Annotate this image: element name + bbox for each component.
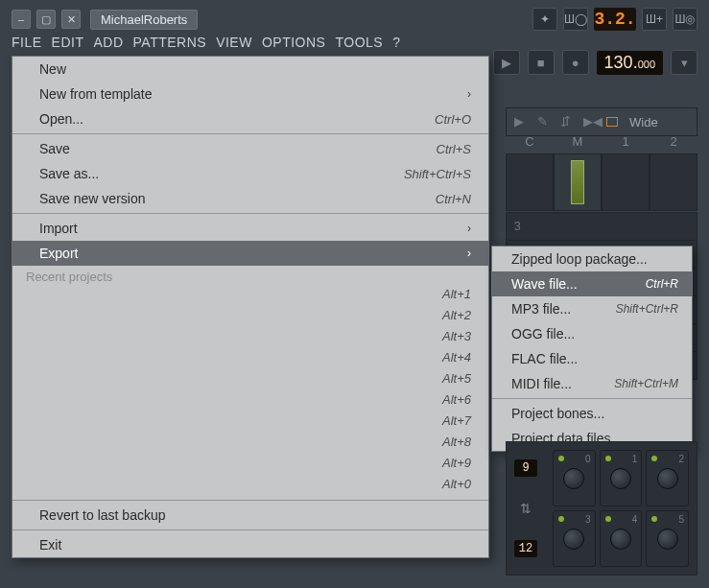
export-item-bones[interactable]: Project bones... <box>492 401 692 426</box>
countdown-icon[interactable]: Ш+ <box>642 8 667 31</box>
tempo-int: 130. <box>604 53 638 72</box>
skip-icon[interactable]: ▶◀ <box>583 114 599 129</box>
menu-patterns[interactable]: PATTERNS <box>133 35 207 50</box>
menu-help[interactable]: ? <box>392 35 400 50</box>
export-item-wave[interactable]: Wave file...Ctrl+R <box>492 271 692 296</box>
col-1[interactable]: 1 <box>602 134 650 149</box>
col-m[interactable]: M <box>554 134 602 149</box>
mixer-slot-c[interactable] <box>506 153 554 211</box>
knob[interactable] <box>563 529 584 550</box>
knob-cell[interactable]: 1 <box>600 450 643 506</box>
menu-item-save-new-version[interactable]: Save new versionCtrl+N <box>12 186 488 211</box>
menu-item-new[interactable]: New <box>12 57 488 82</box>
project-name: MichaelRoberts <box>90 10 198 30</box>
transport-top: ✦ Ш◯ 3.2. Ш+ Ш◎ <box>532 8 697 31</box>
stop-button[interactable]: ■ <box>528 50 555 75</box>
menu-file[interactable]: FILE <box>12 35 42 50</box>
transport-main: ▶ ■ ● 130.000 ▾ <box>493 50 697 75</box>
record-button[interactable]: ● <box>562 50 589 75</box>
chevron-right-icon: › <box>467 247 471 260</box>
mixer-slot-1[interactable] <box>602 153 650 211</box>
arrows-icon[interactable]: ⇵ <box>560 114 576 129</box>
slot-number-lcd[interactable]: 12 <box>514 540 537 557</box>
knob[interactable] <box>657 468 678 489</box>
tempo-lcd[interactable]: 130.000 <box>597 51 663 75</box>
bar-position-lcd[interactable]: 3.2. <box>594 8 636 31</box>
slot-number-lcd[interactable]: 9 <box>514 459 537 477</box>
menu-item-import[interactable]: Import› <box>12 216 488 241</box>
chevron-right-icon: › <box>467 87 471 101</box>
led-icon <box>558 516 564 522</box>
recent-item[interactable]: Alt+8 <box>12 435 488 456</box>
col-c[interactable]: C <box>506 134 554 149</box>
knob-cell[interactable]: 5 <box>646 510 689 567</box>
menu-options[interactable]: OPTIONS <box>262 35 326 50</box>
recent-item[interactable]: Alt+5 <box>12 371 488 392</box>
recent-item[interactable]: Alt+3 <box>12 329 488 350</box>
menu-edit[interactable]: EDIT <box>52 35 84 50</box>
menu-item-open[interactable]: Open...Ctrl+O <box>12 106 488 131</box>
knob-cell[interactable]: 2 <box>646 450 689 506</box>
cell-number: 2 <box>678 454 684 464</box>
recent-item[interactable]: Alt+9 <box>12 456 488 477</box>
knob[interactable] <box>610 468 631 489</box>
cell-number: 3 <box>585 514 591 525</box>
recent-item[interactable]: Alt+6 <box>12 392 488 413</box>
tempo-frac: 000 <box>638 59 655 70</box>
menu-item-exit[interactable]: Exit <box>12 532 488 557</box>
paint-icon[interactable]: ✎ <box>537 114 553 129</box>
file-menu-dropdown: New New from template› Open...Ctrl+O Sav… <box>12 56 489 558</box>
mixer-slots <box>506 153 697 211</box>
recent-item[interactable]: Alt+7 <box>12 413 488 435</box>
knob-cell[interactable]: 4 <box>600 510 643 567</box>
maximize-button[interactable]: ▢ <box>36 10 56 29</box>
export-item-zipped[interactable]: Zipped loop package... <box>492 247 692 271</box>
knob-cell[interactable]: 3 <box>553 510 596 567</box>
knob[interactable] <box>563 468 584 489</box>
metronome-icon[interactable]: ✦ <box>532 8 557 31</box>
play-button[interactable]: ▶ <box>493 50 520 75</box>
recent-item[interactable]: Alt+1 <box>12 287 488 308</box>
menu-item-export[interactable]: Export› <box>12 241 488 266</box>
menu-add[interactable]: ADD <box>93 35 123 50</box>
col-2[interactable]: 2 <box>650 134 697 149</box>
recent-item[interactable]: Alt+4 <box>12 350 488 371</box>
menu-item-save-as[interactable]: Save as...Shift+Ctrl+S <box>12 161 488 186</box>
knob[interactable] <box>657 529 678 550</box>
close-button[interactable]: ✕ <box>61 10 81 29</box>
menu-tools[interactable]: TOOLS <box>335 35 383 50</box>
recent-projects-list: Alt+1 Alt+2 Alt+3 Alt+4 Alt+5 Alt+6 Alt+… <box>12 287 488 498</box>
export-item-mp3[interactable]: MP3 file...Shift+Ctrl+R <box>492 296 692 321</box>
menu-separator <box>492 398 692 399</box>
knob-cell[interactable]: 0 <box>553 450 596 506</box>
shortcut-label: Ctrl+R <box>646 277 678 291</box>
effect-slot[interactable]: 3 <box>506 212 697 241</box>
export-item-flac[interactable]: FLAC file... <box>492 346 692 371</box>
tempo-menu-icon[interactable]: ▾ <box>671 50 697 75</box>
menu-item-revert[interactable]: Revert to last backup <box>12 503 488 528</box>
menu-separator <box>12 213 488 214</box>
wide-rect-icon[interactable] <box>606 117 618 127</box>
export-item-midi[interactable]: MIDI file...Shift+Ctrl+M <box>492 371 692 396</box>
recent-item[interactable]: Alt+0 <box>12 477 488 498</box>
loop-icon[interactable]: Ш◎ <box>673 8 697 31</box>
preset-label[interactable]: Wide <box>629 115 658 129</box>
bolt-icon[interactable]: ▶ <box>514 114 530 129</box>
menu-item-new-from-template[interactable]: New from template› <box>12 82 488 106</box>
led-icon <box>605 516 611 522</box>
recent-item[interactable]: Alt+2 <box>12 308 488 329</box>
export-item-ogg[interactable]: OGG file... <box>492 321 692 346</box>
wait-icon[interactable]: Ш◯ <box>563 8 588 31</box>
titlebar: – ▢ ✕ MichaelRoberts <box>12 8 198 31</box>
chevron-right-icon: › <box>467 222 471 235</box>
menu-item-save[interactable]: SaveCtrl+S <box>12 136 488 161</box>
knob[interactable] <box>610 529 631 550</box>
mixer-slot-2[interactable] <box>650 153 697 211</box>
channel-toolbar: ▶ ✎ ⇵ ▶◀ Wide <box>506 107 697 136</box>
up-down-icon[interactable]: ⇅ <box>520 501 532 516</box>
shortcut-label: Ctrl+S <box>437 142 471 156</box>
minimize-button[interactable]: – <box>12 10 31 29</box>
menu-view[interactable]: VIEW <box>216 35 252 50</box>
led-icon <box>651 516 657 522</box>
mixer-slot-m[interactable] <box>554 153 602 211</box>
